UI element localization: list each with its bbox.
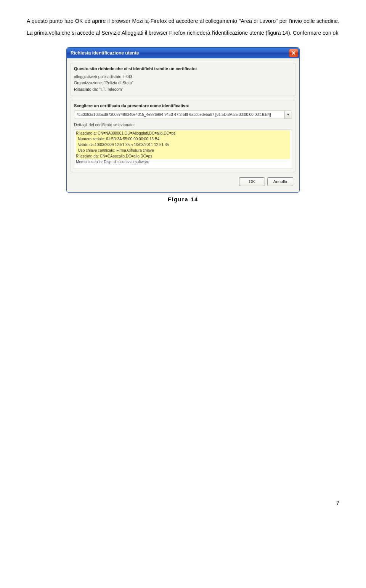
- choose-cert-heading: Scegliere un certificato da presentare c…: [74, 103, 292, 108]
- chevron-down-icon: [287, 114, 290, 116]
- site-issuer: Rilasciato da: "I.T. Telecom": [74, 86, 292, 93]
- detail-line: Rilasciato da: CN=CAsecallo,DC=allo,DC=p…: [76, 153, 290, 159]
- dialog-button-row: OK Annulla: [71, 176, 295, 188]
- cert-dropdown[interactable]: 4c50063a1d6bcd9730087498340e4015_4e92699…: [74, 111, 292, 119]
- choose-cert-group: Scegliere un certificato da presentare c…: [71, 100, 295, 172]
- identification-dialog: Richiesta identificazione utente Questo …: [66, 47, 300, 193]
- site-host: alloggiatiweb.poliziadistato.it:443: [74, 74, 292, 80]
- detail-line: Uso chiave certificato: Firma,Cifratura …: [76, 148, 290, 153]
- dialog-screenshot: Richiesta identificazione utente Questo …: [27, 47, 339, 193]
- dialog-titlebar: Richiesta identificazione utente: [67, 48, 299, 58]
- detail-line: Rilasciato a: CN=NA000001,OU=Alloggiati,…: [76, 130, 290, 136]
- main-paragraph: A questo punto fare OK ed aprire il brow…: [27, 15, 339, 39]
- dialog-title: Richiesta identificazione utente: [71, 50, 289, 56]
- close-icon: [292, 51, 295, 55]
- dropdown-arrow[interactable]: [284, 111, 292, 119]
- cert-details: Rilasciato a: CN=NA000001,OU=Alloggiati,…: [74, 129, 292, 169]
- ok-button[interactable]: OK: [239, 177, 265, 186]
- detail-line: Memorizzato in: Disp. di sicurezza softw…: [76, 160, 149, 164]
- site-org: Organizzazione: "Polizia di Stato": [74, 80, 292, 86]
- detail-line: Valido da 10/03/2009 12.51.35 a 10/03/20…: [76, 142, 290, 148]
- cert-dropdown-value: 4c50063a1d6bcd9730087498340e4015_4e92699…: [74, 112, 284, 117]
- cancel-button[interactable]: Annulla: [267, 177, 293, 186]
- detail-line: Numero seriale: 61:5D:3A:55:00:00:00:00:…: [76, 136, 290, 142]
- page-number: 7: [0, 500, 366, 517]
- close-button[interactable]: [289, 49, 298, 57]
- site-cert-group: Questo sito richiede che ci si identific…: [71, 63, 295, 96]
- figure-caption: Figura 14: [27, 196, 339, 202]
- site-cert-heading: Questo sito richiede che ci si identific…: [74, 66, 292, 71]
- details-label: Dettagli del certificato selezionato:: [74, 122, 292, 128]
